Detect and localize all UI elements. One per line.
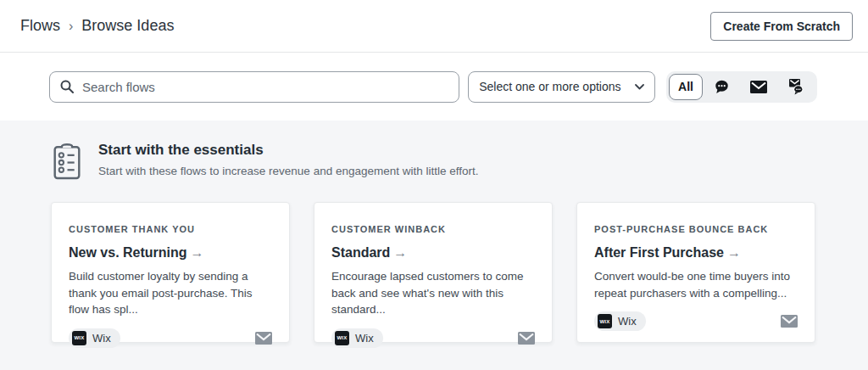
card-footer: WIX Wix bbox=[69, 328, 272, 348]
card-title-link[interactable]: New vs. Returning bbox=[69, 245, 187, 260]
card-description: Convert would-be one time buyers into re… bbox=[594, 268, 798, 301]
flow-card-after-first-purchase[interactable]: POST-PURCHASE BOUNCE BACK After First Pu… bbox=[576, 202, 815, 343]
page-title: Browse Ideas bbox=[81, 17, 174, 35]
filter-email-button[interactable] bbox=[740, 74, 777, 100]
email-icon bbox=[750, 81, 767, 93]
channel-select-dropdown[interactable]: Select one or more options bbox=[468, 71, 655, 103]
card-description: Build customer loyalty by sending a than… bbox=[69, 268, 272, 318]
channel-select-label: Select one or more options bbox=[479, 80, 620, 93]
search-input[interactable] bbox=[82, 80, 448, 94]
essentials-section: Start with the essentials Start with the… bbox=[0, 121, 868, 370]
search-icon bbox=[60, 80, 74, 93]
chevron-down-icon bbox=[635, 84, 644, 90]
breadcrumb-flows-link[interactable]: Flows bbox=[20, 17, 60, 35]
filter-sms-button[interactable] bbox=[703, 74, 740, 100]
email-channel-icon bbox=[781, 315, 798, 328]
sms-icon bbox=[714, 79, 730, 95]
card-title-link[interactable]: After First Purchase bbox=[594, 245, 724, 260]
wix-integration-badge: WIX Wix bbox=[69, 328, 120, 348]
section-title: Start with the essentials bbox=[98, 139, 479, 159]
filter-all-button[interactable]: All bbox=[669, 74, 703, 100]
search-flows-box[interactable] bbox=[49, 71, 459, 103]
badge-label: Wix bbox=[355, 332, 374, 345]
card-title-link[interactable]: Standard bbox=[331, 245, 390, 260]
wix-integration-badge: WIX Wix bbox=[331, 328, 383, 348]
badge-label: Wix bbox=[618, 315, 637, 328]
card-category-label: CUSTOMER THANK YOU bbox=[69, 224, 272, 234]
essentials-header: Start with the essentials Start with the… bbox=[51, 139, 817, 184]
page-header: Flows › Browse Ideas Create From Scratch bbox=[0, 0, 868, 53]
flow-idea-cards: CUSTOMER THANK YOU New vs. Returning→ Bu… bbox=[51, 202, 817, 343]
breadcrumb: Flows › Browse Ideas bbox=[20, 17, 174, 35]
wix-logo-icon: WIX bbox=[335, 331, 349, 345]
card-category-label: CUSTOMER WINBACK bbox=[331, 224, 535, 234]
checklist-clipboard-icon bbox=[51, 141, 83, 184]
filter-email-sms-button[interactable] bbox=[777, 74, 815, 100]
badge-label: Wix bbox=[92, 332, 111, 345]
wix-logo-icon: WIX bbox=[72, 331, 86, 345]
channel-filter-segmented-control: All bbox=[666, 71, 817, 103]
card-description: Encourage lapsed customers to come back … bbox=[331, 268, 535, 318]
email-channel-icon bbox=[255, 332, 272, 345]
card-category-label: POST-PURCHASE BOUNCE BACK bbox=[594, 224, 798, 234]
flow-card-new-vs-returning[interactable]: CUSTOMER THANK YOU New vs. Returning→ Bu… bbox=[51, 202, 290, 343]
flow-card-standard-winback[interactable]: CUSTOMER WINBACK Standard→ Encourage lap… bbox=[314, 202, 553, 343]
arrow-right-icon: → bbox=[393, 245, 407, 260]
wix-integration-badge: WIX Wix bbox=[594, 311, 646, 331]
card-footer: WIX Wix bbox=[594, 311, 798, 331]
filters-toolbar: Select one or more options All bbox=[0, 53, 868, 121]
wix-logo-icon: WIX bbox=[598, 314, 612, 328]
email-sms-icon bbox=[787, 78, 804, 95]
arrow-right-icon: → bbox=[727, 245, 741, 260]
section-subtitle: Start with these flows to increase reven… bbox=[98, 165, 479, 177]
breadcrumb-separator: › bbox=[69, 19, 73, 34]
card-footer: WIX Wix bbox=[331, 328, 535, 348]
create-from-scratch-button[interactable]: Create From Scratch bbox=[710, 12, 853, 41]
email-channel-icon bbox=[518, 332, 535, 345]
arrow-right-icon: → bbox=[191, 245, 204, 260]
